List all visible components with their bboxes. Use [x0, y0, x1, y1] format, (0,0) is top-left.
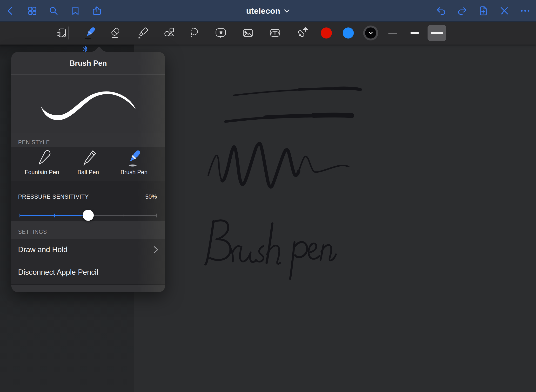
- color-swatch-black-selected[interactable]: [365, 27, 376, 39]
- disconnect-apple-pencil-label: Disconnect Apple Pencil: [18, 268, 98, 277]
- text-tool-button[interactable]: [267, 25, 283, 41]
- pointer-tool-button[interactable]: [295, 25, 310, 41]
- edit-mode-button[interactable]: [54, 25, 69, 41]
- pen-style-label: Ball Pen: [77, 169, 99, 176]
- pressure-value: 50%: [145, 193, 157, 200]
- fountain-pen-icon: [32, 148, 52, 168]
- pressure-section: PRESSURE SENSITIVITY 50%: [11, 181, 165, 221]
- pages-overview-icon: [27, 6, 38, 16]
- document-title[interactable]: utelecon: [246, 6, 280, 16]
- slider-tick: [20, 214, 20, 217]
- thin-line-glyph: [388, 33, 397, 33]
- thickness-thin-button[interactable]: [383, 25, 402, 41]
- pen-style-label: Fountain Pen: [25, 169, 59, 176]
- image-tool-button[interactable]: [240, 25, 256, 41]
- titlebar: utelecon: [0, 0, 536, 22]
- highlighter-icon: [137, 27, 149, 39]
- slider-tick: [156, 214, 157, 217]
- pen-style-ball-pen[interactable]: Ball Pen: [68, 147, 109, 181]
- draw-and-hold-label: Draw and Hold: [18, 245, 67, 254]
- color-swatch-blue[interactable]: [343, 27, 354, 39]
- settings-rows: Draw and Hold Disconnect Apple Pencil: [11, 239, 165, 285]
- back-icon: [5, 6, 16, 16]
- pen-style-fountain-pen[interactable]: Fountain Pen: [21, 147, 62, 181]
- add-page-icon: [478, 5, 489, 16]
- handwriting-strokes: [134, 45, 403, 392]
- add-page-button[interactable]: [476, 4, 490, 18]
- stylus-cross-icon: [499, 5, 510, 16]
- stylus-toggle-button[interactable]: [497, 4, 511, 18]
- stroke-preview: [11, 75, 165, 133]
- bookmark-icon: [70, 6, 81, 16]
- more-icon: [520, 5, 531, 16]
- popover-arrow: [87, 46, 111, 52]
- elements-sticker-icon: [215, 27, 228, 39]
- chevron-right-icon: [154, 246, 159, 254]
- image-icon: [242, 27, 254, 39]
- popover-header: Brush Pen: [11, 52, 165, 75]
- title-chevron-down-icon[interactable]: [284, 9, 290, 13]
- lasso-icon: [188, 27, 201, 39]
- search-icon: [48, 6, 59, 16]
- brush-pen-popover: Brush Pen PEN STYLE Fountain Pen: [11, 52, 165, 292]
- color-swatch-red[interactable]: [321, 27, 332, 39]
- swatch-chevron-down-icon: [368, 31, 373, 35]
- toolbar-divider: [68, 26, 69, 39]
- share-button[interactable]: [90, 4, 104, 18]
- lasso-tool-button[interactable]: [187, 25, 202, 41]
- share-icon: [92, 6, 102, 16]
- redo-icon: [456, 5, 468, 16]
- ball-pen-icon: [78, 148, 98, 168]
- more-button[interactable]: [518, 4, 532, 18]
- bookmark-button[interactable]: [68, 4, 83, 18]
- disconnect-apple-pencil-row[interactable]: Disconnect Apple Pencil: [11, 260, 165, 284]
- popover-title: Brush Pen: [69, 59, 107, 68]
- thickness-thick-button-selected[interactable]: [428, 25, 446, 41]
- undo-button[interactable]: [434, 4, 449, 18]
- brush-pen-icon: [124, 148, 144, 168]
- pen-tool-icon: [83, 26, 97, 40]
- highlighter-tool-button[interactable]: [135, 25, 151, 41]
- undo-icon: [436, 5, 447, 16]
- redo-button[interactable]: [455, 4, 469, 18]
- thick-line-glyph: [431, 32, 443, 34]
- pressure-label: PRESSURE SENSITIVITY: [18, 193, 89, 200]
- pen-style-options-row: Fountain Pen Ball Pen: [11, 147, 165, 182]
- elements-tool-button[interactable]: [213, 25, 229, 41]
- pen-tool-button-selected[interactable]: [82, 25, 98, 41]
- toolbar-divider: [317, 26, 317, 39]
- laser-pointer-icon: [296, 27, 309, 39]
- search-button[interactable]: [46, 4, 61, 18]
- slider-tick: [123, 214, 123, 217]
- pressure-slider[interactable]: [20, 210, 157, 221]
- edit-mode-icon: [55, 27, 68, 39]
- shapes-tool-button[interactable]: [161, 25, 177, 41]
- slider-tick: [54, 214, 55, 217]
- brush-stroke-preview-glyph: [11, 75, 165, 133]
- app-window: utelecon: [0, 0, 536, 392]
- back-button[interactable]: [3, 4, 18, 18]
- eraser-tool-button[interactable]: [107, 25, 123, 41]
- page-margin-right: [403, 45, 536, 392]
- draw-and-hold-row[interactable]: Draw and Hold: [11, 239, 165, 260]
- shapes-icon: [163, 27, 176, 39]
- pen-style-label: Brush Pen: [121, 169, 147, 176]
- thickness-medium-button[interactable]: [405, 25, 424, 41]
- pen-style-brush-pen-selected[interactable]: Brush Pen: [114, 147, 154, 181]
- eraser-icon: [109, 27, 121, 39]
- medium-line-glyph: [410, 32, 419, 34]
- bluetooth-icon: [83, 46, 88, 52]
- text-icon: [269, 27, 281, 39]
- settings-section-label: SETTINGS: [18, 229, 47, 235]
- slider-thumb[interactable]: [83, 210, 94, 221]
- pen-style-section-label: PEN STYLE: [18, 139, 50, 146]
- pages-overview-button[interactable]: [25, 4, 40, 18]
- toolbar: [0, 22, 536, 45]
